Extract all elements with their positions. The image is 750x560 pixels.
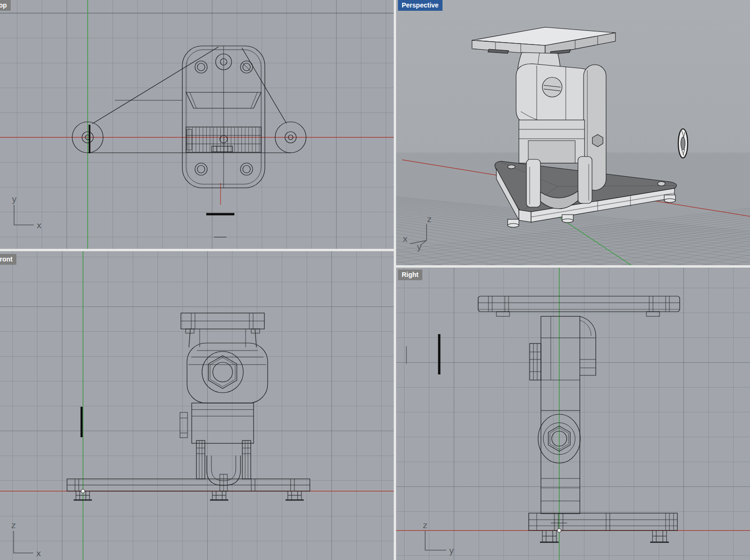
model-wireframe-front-view[interactable]: z x [0, 251, 394, 560]
front-view-model [67, 313, 310, 500]
svg-text:y: y [12, 194, 17, 204]
viewport-divider-horizontal-left[interactable] [0, 249, 394, 251]
svg-text:y: y [417, 242, 422, 252]
model-wireframe-right-view[interactable]: z y [396, 268, 750, 560]
svg-text:z: z [423, 520, 427, 530]
viewport-label-front[interactable]: Front [0, 254, 16, 265]
viewport-right[interactable]: Right [396, 268, 750, 560]
viewport-front[interactable]: Front [0, 251, 394, 560]
svg-text:z: z [11, 520, 15, 530]
shaded-model [472, 27, 676, 227]
svg-text:x: x [36, 548, 41, 558]
svg-text:z: z [427, 214, 431, 224]
axis-gizmo-icon: z y [423, 520, 454, 555]
right-view-model [478, 296, 680, 542]
viewport-divider-vertical[interactable] [394, 0, 396, 560]
model-wireframe-top-view[interactable]: y x [0, 0, 394, 249]
top-view-model [72, 46, 306, 188]
axis-gizmo-icon: z x [11, 520, 41, 558]
viewport-label-perspective[interactable]: Perspective [398, 0, 442, 11]
svg-text:y: y [449, 545, 454, 555]
axis-gizmo-icon: y x [12, 194, 42, 230]
viewport-label-right[interactable]: Right [398, 269, 422, 280]
origin-point [81, 489, 85, 493]
viewport-top[interactable]: Top [0, 0, 394, 249]
viewport-perspective[interactable]: Perspective [396, 0, 750, 265]
viewport-label-top[interactable]: Top [0, 0, 11, 11]
washer-part [678, 129, 688, 158]
svg-text:x: x [403, 234, 408, 244]
model-shaded-perspective-view[interactable]: z x y [396, 0, 750, 265]
viewport-divider-horizontal-right[interactable] [396, 265, 750, 268]
svg-text:x: x [37, 220, 42, 230]
origin-point [557, 529, 561, 532]
